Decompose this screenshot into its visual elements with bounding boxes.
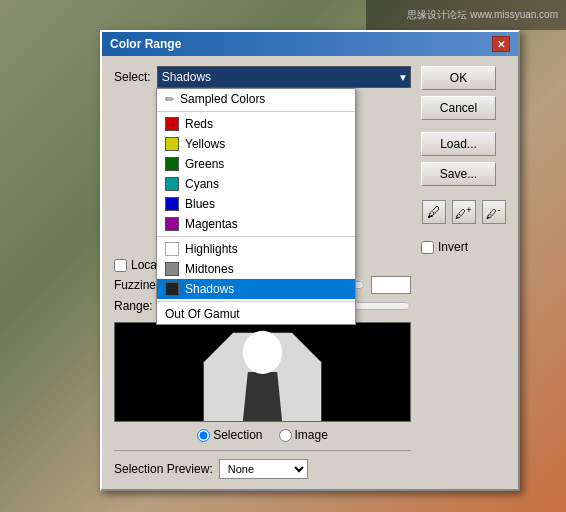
- eyedropper-subtract-icon: 🖊-: [486, 205, 500, 220]
- preview-box: [114, 322, 411, 422]
- radio-image[interactable]: Image: [279, 428, 328, 442]
- dropdown-item-sampled[interactable]: ✏ Sampled Colors: [157, 89, 355, 109]
- eyedropper-row: 🖊 🖊+ 🖊-: [421, 200, 506, 224]
- highlights-swatch: [165, 242, 179, 256]
- eyedropper-add-button[interactable]: 🖊+: [452, 200, 476, 224]
- dropdown-item-cyans[interactable]: Cyans: [157, 174, 355, 194]
- dropdown-sep-1: [157, 111, 355, 112]
- greens-swatch: [165, 157, 179, 171]
- magentas-swatch: [165, 217, 179, 231]
- invert-row: Invert: [421, 240, 506, 254]
- dropdown-item-magentas[interactable]: Magentas: [157, 214, 355, 234]
- color-range-dialog: Color Range ✕ Select: Shadows ▼: [100, 30, 520, 491]
- dropdown-item-yellows[interactable]: Yellows: [157, 134, 355, 154]
- cancel-button[interactable]: Cancel: [421, 96, 496, 120]
- eyedropper-add-icon: 🖊+: [455, 205, 471, 220]
- radio-selection[interactable]: Selection: [197, 428, 262, 442]
- radio-selection-label: Selection: [213, 428, 262, 442]
- range-label: Range:: [114, 299, 153, 313]
- selection-preview-select[interactable]: None Grayscale Black Matte White Matte Q…: [219, 459, 308, 479]
- dropdown-sep-2: [157, 236, 355, 237]
- blues-swatch: [165, 197, 179, 211]
- dropdown-item-highlights[interactable]: Highlights: [157, 239, 355, 259]
- dialog-left-panel: Select: Shadows ▼ ✏ Sampled Colors: [114, 66, 411, 479]
- eyedropper-normal-button[interactable]: 🖊: [422, 200, 446, 224]
- invert-checkbox[interactable]: [421, 241, 434, 254]
- radio-image-label: Image: [295, 428, 328, 442]
- dropdown-sep-3: [157, 301, 355, 302]
- cyans-swatch: [165, 177, 179, 191]
- select-wrapper: Shadows ▼: [157, 66, 411, 88]
- selection-preview-label: Selection Preview:: [114, 462, 213, 476]
- dialog-right-panel: OK Cancel Load... Save... 🖊 🖊+ 🖊-: [421, 66, 506, 479]
- shadows-swatch: [165, 282, 179, 296]
- midtones-swatch: [165, 262, 179, 276]
- reds-swatch: [165, 117, 179, 131]
- dropdown-item-reds[interactable]: Reds: [157, 114, 355, 134]
- fuzziness-input[interactable]: [371, 276, 411, 294]
- preview-radio-row: Selection Image: [114, 428, 411, 442]
- watermark: 思缘设计论坛 www.missyuan.com: [366, 0, 566, 30]
- dialog-overlay: Color Range ✕ Select: Shadows ▼: [100, 30, 520, 491]
- close-button[interactable]: ✕: [492, 36, 510, 52]
- invert-label: Invert: [438, 240, 468, 254]
- select-row-outer: Select: Shadows ▼ ✏ Sampled Colors: [114, 66, 411, 88]
- dropdown-item-shadows[interactable]: Shadows: [157, 279, 355, 299]
- eyedropper-normal-icon: 🖊: [427, 204, 441, 220]
- svg-marker-2: [243, 372, 282, 421]
- dropdown-item-midtones[interactable]: Midtones: [157, 259, 355, 279]
- dropdown-menu: ✏ Sampled Colors Reds Yellows: [156, 88, 356, 325]
- yellows-swatch: [165, 137, 179, 151]
- selection-preview-wrapper: None Grayscale Black Matte White Matte Q…: [219, 459, 411, 479]
- localize-checkbox[interactable]: [114, 259, 127, 272]
- eyedropper-small-icon: ✏: [165, 93, 174, 106]
- select-dropdown[interactable]: Shadows: [157, 66, 411, 88]
- radio-selection-input[interactable]: [197, 429, 210, 442]
- preview-image: [115, 323, 410, 421]
- load-button[interactable]: Load...: [421, 132, 496, 156]
- select-label: Select:: [114, 70, 151, 84]
- dialog-titlebar: Color Range ✕: [102, 32, 518, 56]
- select-row: Select: Shadows ▼: [114, 66, 411, 88]
- dropdown-item-greens[interactable]: Greens: [157, 154, 355, 174]
- svg-point-3: [243, 331, 282, 374]
- save-button[interactable]: Save...: [421, 162, 496, 186]
- eyedropper-subtract-button[interactable]: 🖊-: [482, 200, 506, 224]
- dropdown-item-blues[interactable]: Blues: [157, 194, 355, 214]
- dropdown-item-outofgamut[interactable]: Out Of Gamut: [157, 304, 355, 324]
- dialog-body: Select: Shadows ▼ ✏ Sampled Colors: [102, 56, 518, 489]
- dialog-title: Color Range: [110, 37, 181, 51]
- ok-button[interactable]: OK: [421, 66, 496, 90]
- selection-preview-row: Selection Preview: None Grayscale Black …: [114, 450, 411, 479]
- radio-image-input[interactable]: [279, 429, 292, 442]
